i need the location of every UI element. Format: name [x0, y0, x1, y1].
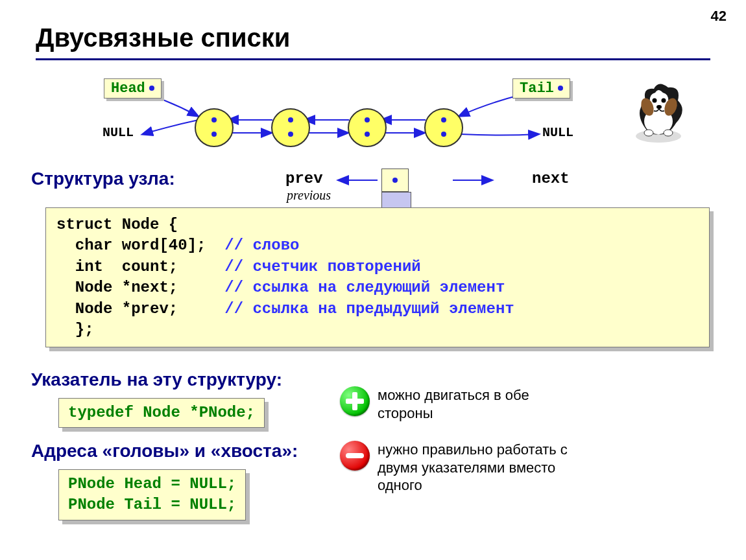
null-left: NULL — [102, 125, 134, 140]
linked-list-diagram: Head Tail NULL NULL — [97, 75, 649, 152]
heading-pointer: Указатель на эту структуру: — [31, 369, 282, 390]
svg-point-13 — [644, 130, 653, 136]
code-line: }; — [56, 321, 94, 338]
code-comment: // ссылка на следующий элемент — [224, 279, 505, 296]
code-comment: // ссылка на предыдущий элемент — [224, 300, 514, 318]
title-underline — [36, 58, 710, 60]
node-1 — [195, 108, 234, 147]
head-tail-code-box: PNode Head = NULL; PNode Tail = NULL; — [58, 469, 246, 520]
svg-point-8 — [653, 99, 657, 103]
head-label: Head — [111, 80, 145, 97]
code-comment: // счетчик повторений — [224, 258, 420, 275]
heading-addresses: Адреса «головы» и «хвоста»: — [31, 441, 298, 461]
heading-structure: Структура узла: — [31, 169, 175, 189]
plus-note: можно двигаться в обе стороны — [378, 386, 559, 422]
struct-code-box: struct Node { char word[40]; // слово in… — [45, 207, 710, 347]
null-right: NULL — [542, 125, 573, 140]
svg-point-14 — [664, 130, 673, 136]
minus-icon — [340, 441, 370, 471]
slide-title: Двусвязные списки — [36, 23, 290, 52]
node-2 — [271, 108, 310, 147]
prev-label: prev — [285, 170, 323, 187]
node-4 — [424, 108, 463, 147]
plus-icon — [340, 386, 370, 416]
tail-label: Tail — [520, 80, 554, 97]
typedef-code-box: typedef Node *PNode; — [58, 398, 265, 428]
svg-point-9 — [662, 99, 666, 103]
code-line: PNode Tail = NULL; — [68, 496, 236, 513]
code-line: PNode Head = NULL; — [68, 475, 236, 493]
mini-prev-segment — [381, 169, 409, 192]
code-line: struct Node { — [56, 216, 178, 233]
head-tag: Head — [104, 78, 162, 99]
previous-caption: previous — [287, 188, 331, 203]
next-label: next — [532, 170, 570, 187]
dog-illustration — [623, 75, 694, 146]
page-number: 42 — [711, 8, 727, 25]
code-line: char word[40]; — [56, 237, 206, 254]
code-line: int count; — [56, 258, 178, 275]
code-line: Node *next; — [56, 279, 178, 296]
code-comment: // слово — [224, 237, 299, 254]
tail-tag: Tail — [512, 78, 570, 99]
node-3 — [348, 108, 387, 147]
code-line: Node *prev; — [56, 300, 178, 318]
minus-note: нужно правильно работать с двумя указате… — [378, 441, 572, 495]
